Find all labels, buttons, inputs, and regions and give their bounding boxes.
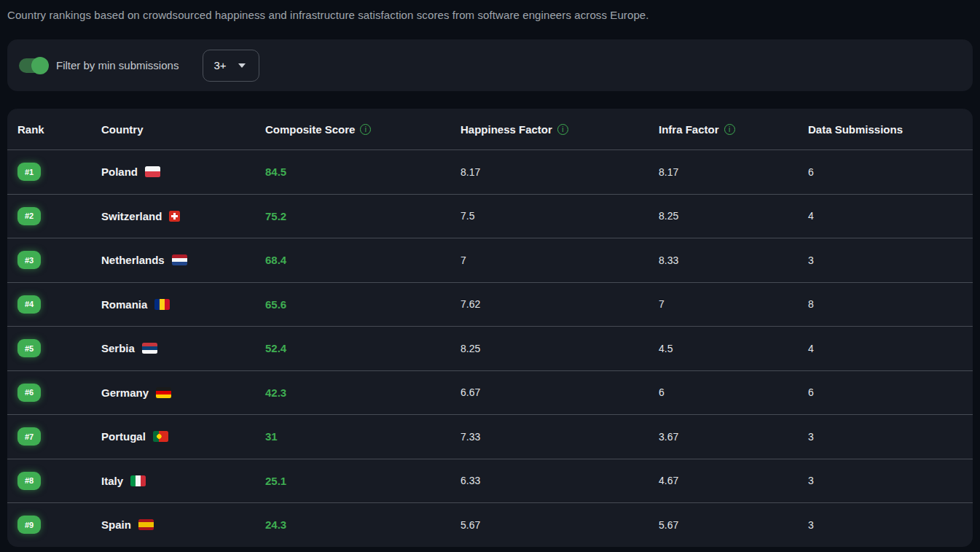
happiness-factor-value: 7.33 xyxy=(460,431,659,443)
rank-cell: #9 xyxy=(17,516,101,534)
country-name: Serbia xyxy=(101,342,135,354)
country-cell: Spain xyxy=(101,518,265,531)
country-name: Switzerland xyxy=(101,210,162,222)
country-name: Netherlands xyxy=(101,254,165,266)
composite-score-value: 31 xyxy=(265,430,460,443)
country-cell: Romania xyxy=(101,298,265,311)
country-cell: Germany xyxy=(101,386,265,399)
page-description: Country rankings based on crowdsourced h… xyxy=(7,0,973,21)
min-submissions-toggle[interactable] xyxy=(19,58,47,73)
rank-badge: #1 xyxy=(17,163,41,181)
data-submissions-value: 6 xyxy=(808,166,973,178)
happiness-factor-value: 7 xyxy=(460,254,659,266)
rank-cell: #4 xyxy=(17,295,101,314)
column-header-composite-score: Composite Score i xyxy=(265,123,460,136)
country-name: Germany xyxy=(101,386,149,399)
rank-badge: #8 xyxy=(17,472,41,490)
rank-badge: #9 xyxy=(17,516,41,534)
rank-cell: #2 xyxy=(17,207,101,225)
country-cell: Switzerland xyxy=(101,210,265,222)
happiness-factor-value: 6.67 xyxy=(460,386,659,398)
country-cell: Italy xyxy=(101,475,265,487)
data-submissions-value: 4 xyxy=(808,210,973,222)
infra-factor-value: 8.25 xyxy=(659,210,808,222)
infra-factor-value: 4.5 xyxy=(659,343,808,354)
rank-badge: #4 xyxy=(17,295,41,314)
country-flag-icon xyxy=(169,211,180,222)
column-header-rank: Rank xyxy=(17,123,101,136)
composite-score-value: 68.4 xyxy=(265,254,460,266)
rank-cell: #1 xyxy=(17,163,101,181)
data-submissions-value: 3 xyxy=(808,431,973,443)
rank-badge: #6 xyxy=(17,384,41,402)
filter-bar: Filter by min submissions 3+ xyxy=(7,39,973,91)
rank-cell: #3 xyxy=(17,251,101,269)
data-submissions-value: 3 xyxy=(808,475,973,486)
country-flag-icon xyxy=(145,166,160,177)
column-header-label: Rank xyxy=(17,123,44,136)
rankings-table: Rank Country Composite Score i Happiness… xyxy=(7,109,973,547)
table-row: #4 Romania 65.6 7.62 7 8 xyxy=(7,282,973,327)
min-submissions-dropdown[interactable]: 3+ xyxy=(203,50,259,82)
country-flag-icon xyxy=(172,254,187,265)
infra-factor-value: 8.17 xyxy=(659,166,808,178)
infra-factor-value: 5.67 xyxy=(659,519,808,531)
infra-factor-value: 7 xyxy=(659,298,808,310)
rank-badge: #5 xyxy=(17,339,41,357)
column-header-data-submissions: Data Submissions xyxy=(808,123,973,136)
info-icon[interactable]: i xyxy=(724,124,735,135)
country-name: Spain xyxy=(101,518,131,531)
composite-score-value: 25.1 xyxy=(265,475,460,487)
dropdown-selected-value: 3+ xyxy=(213,59,226,71)
country-cell: Serbia xyxy=(101,342,265,354)
country-flag-icon xyxy=(130,475,146,486)
composite-score-value: 24.3 xyxy=(265,518,460,531)
rank-badge: #7 xyxy=(17,427,41,446)
composite-score-value: 42.3 xyxy=(265,386,460,399)
data-submissions-value: 6 xyxy=(808,386,973,398)
table-row: #3 Netherlands 68.4 7 8.33 3 xyxy=(7,238,973,282)
column-header-label: Infra Factor xyxy=(659,123,719,136)
country-cell: Netherlands xyxy=(101,254,265,266)
column-header-infra-factor: Infra Factor i xyxy=(659,123,808,136)
data-submissions-value: 3 xyxy=(808,519,973,531)
infra-factor-value: 8.33 xyxy=(659,254,808,266)
filter-toggle-label: Filter by min submissions xyxy=(56,59,179,71)
rank-cell: #8 xyxy=(17,472,101,490)
data-submissions-value: 8 xyxy=(808,298,973,310)
table-row: #1 Poland 84.5 8.17 8.17 6 xyxy=(7,149,973,194)
table-row: #2 Switzerland 75.2 7.5 8.25 4 xyxy=(7,194,973,238)
rank-cell: #7 xyxy=(17,427,101,446)
happiness-factor-value: 8.17 xyxy=(460,166,659,178)
data-submissions-value: 3 xyxy=(808,254,973,266)
infra-factor-value: 3.67 xyxy=(659,431,808,443)
column-header-label: Happiness Factor xyxy=(460,123,552,136)
country-flag-icon xyxy=(156,387,171,398)
country-name: Poland xyxy=(101,166,138,178)
country-flag-icon xyxy=(154,299,170,310)
country-cell: Portugal xyxy=(101,430,265,443)
table-row: #5 Serbia 52.4 8.25 4.5 4 xyxy=(7,326,973,370)
table-row: #9 Spain 24.3 5.67 5.67 3 xyxy=(7,502,973,547)
info-icon[interactable]: i xyxy=(557,124,568,135)
country-flag-icon xyxy=(138,519,154,530)
infra-factor-value: 6 xyxy=(659,386,808,398)
country-name: Romania xyxy=(101,298,147,311)
chevron-down-icon xyxy=(238,63,246,68)
infra-factor-value: 4.67 xyxy=(659,475,808,486)
column-header-label: Data Submissions xyxy=(808,123,903,136)
toggle-knob xyxy=(31,57,49,74)
rank-badge: #3 xyxy=(17,251,41,269)
rank-cell: #6 xyxy=(17,384,101,402)
happiness-factor-value: 8.25 xyxy=(460,343,659,354)
table-row: #6 Germany 42.3 6.67 6 6 xyxy=(7,370,973,415)
composite-score-value: 75.2 xyxy=(265,210,460,222)
info-icon[interactable]: i xyxy=(360,124,371,135)
column-header-happiness-factor: Happiness Factor i xyxy=(460,123,659,136)
data-submissions-value: 4 xyxy=(808,343,973,354)
table-header-row: Rank Country Composite Score i Happiness… xyxy=(7,109,973,149)
table-body: #1 Poland 84.5 8.17 8.17 6 #2 Switzerlan… xyxy=(7,149,973,547)
happiness-factor-value: 5.67 xyxy=(460,519,659,531)
column-header-country: Country xyxy=(101,123,265,136)
country-cell: Poland xyxy=(101,166,265,178)
